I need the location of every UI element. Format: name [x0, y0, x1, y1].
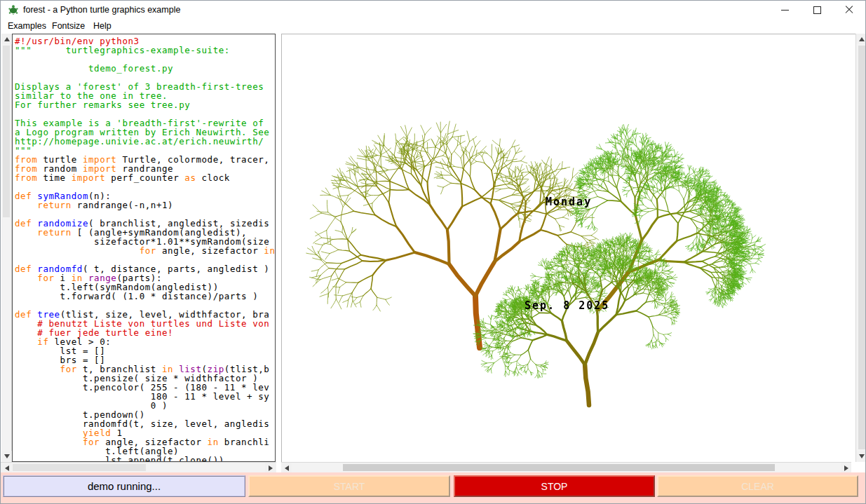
pane-divider: [276, 34, 281, 472]
canvas-hscroll-thumb[interactable]: [343, 464, 775, 471]
close-icon: [845, 6, 853, 14]
code-vscrollbar[interactable]: [1, 34, 12, 462]
turtle-icon: [8, 4, 19, 15]
canvas-vscroll-thumb[interactable]: [858, 46, 865, 449]
canvas-scroll-left-arrow-icon[interactable]: [281, 463, 292, 473]
minimize-button[interactable]: [769, 1, 801, 19]
menu-item-examples[interactable]: Examples: [8, 21, 46, 31]
start-button[interactable]: START: [248, 475, 450, 497]
canvas-vscrollbar[interactable]: [855, 34, 866, 462]
close-button[interactable]: [833, 1, 865, 19]
code-scroll-right-arrow-icon[interactable]: [265, 463, 276, 473]
menu-item-fontsize[interactable]: Fontsize: [52, 21, 85, 31]
code-hscroll-thumb[interactable]: [13, 464, 146, 471]
maximize-button[interactable]: [801, 1, 833, 19]
stop-button[interactable]: STOP: [454, 475, 655, 497]
menu-item-help[interactable]: Help: [93, 21, 111, 31]
window-title: forest - a Python turtle graphics exampl…: [23, 5, 180, 15]
code-hscrollbar[interactable]: [1, 462, 276, 472]
app-window: forest - a Python turtle graphics exampl…: [0, 0, 866, 504]
code-scroll-up-arrow-icon[interactable]: [1, 34, 12, 44]
minimize-icon: [781, 10, 789, 11]
canvas-text-monday: Monday: [546, 196, 592, 208]
code-scroll-down-arrow-icon[interactable]: [1, 451, 12, 461]
canvas-scroll-up-arrow-icon[interactable]: [856, 34, 866, 44]
maximize-icon: [813, 6, 821, 14]
canvas-text-date: Sep. 8 2025: [525, 299, 609, 312]
code-scroll-left-arrow-icon[interactable]: [1, 463, 12, 473]
bottom-bar: demo running... START STOP CLEAR: [1, 472, 866, 504]
clear-button[interactable]: CLEAR: [657, 475, 858, 497]
status-label: demo running...: [3, 475, 245, 497]
turtle-canvas: [282, 34, 855, 462]
titlebar[interactable]: forest - a Python turtle graphics exampl…: [1, 1, 865, 19]
menubar: Examples Fontsize Help: [1, 19, 865, 34]
code-text: #!/usr/bin/env python3""" turtlegraphics…: [12, 34, 276, 462]
canvas-scroll-down-arrow-icon[interactable]: [856, 451, 866, 461]
code-vscroll-thumb[interactable]: [3, 46, 10, 217]
canvas-hscrollbar[interactable]: [281, 462, 851, 472]
canvas-pane: Monday Sep. 8 2025: [281, 34, 855, 462]
canvas-scroll-right-arrow-icon[interactable]: [841, 463, 851, 473]
